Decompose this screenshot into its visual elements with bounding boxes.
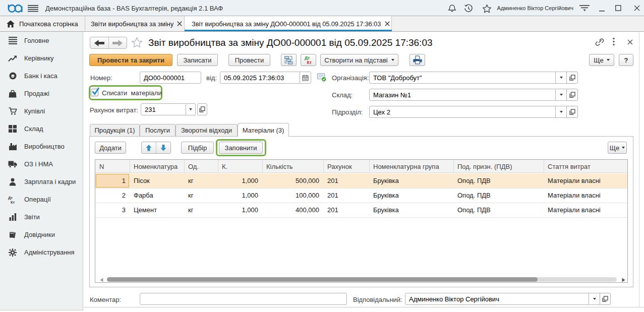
svg-text:Кт: Кт [307,60,311,65]
